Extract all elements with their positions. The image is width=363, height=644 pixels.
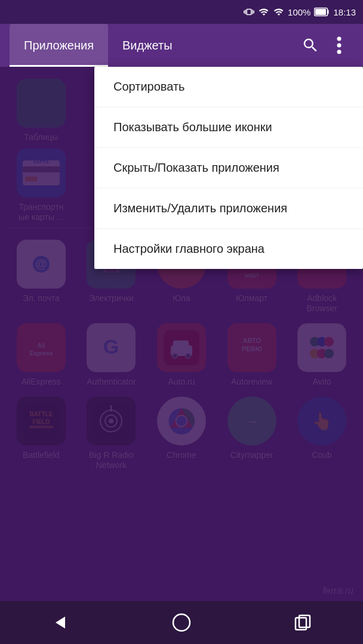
tab-widgets[interactable]: Виджеты <box>108 24 187 67</box>
menu-item-homescreen-settings[interactable]: Настройки главного экрана <box>94 229 363 269</box>
menu-item-hide-show[interactable]: Скрыть/Показать приложения <box>94 148 363 188</box>
time: 18:13 <box>333 7 356 17</box>
search-button[interactable] <box>296 31 325 60</box>
svg-point-4 <box>337 50 342 54</box>
battery-percent: 100% <box>288 7 310 17</box>
more-options-button[interactable] <box>325 31 353 60</box>
svg-marker-61 <box>56 617 65 628</box>
menu-item-sort[interactable]: Сортировать <box>94 67 363 107</box>
svg-point-62 <box>173 614 190 631</box>
menu-item-edit-delete[interactable]: Изменить/Удалить приложения <box>94 188 363 229</box>
bottom-nav <box>0 601 363 644</box>
recent-button[interactable] <box>285 605 321 640</box>
svg-point-3 <box>337 44 342 48</box>
svg-rect-1 <box>315 9 326 15</box>
home-button[interactable] <box>164 605 199 640</box>
nav-bar: Приложения Виджеты <box>0 24 363 67</box>
tab-apps[interactable]: Приложения <box>10 24 108 67</box>
svg-point-2 <box>337 37 342 41</box>
status-bar: 100% 18:13 <box>0 0 363 24</box>
menu-item-large-icons[interactable]: Показывать большие иконки <box>94 107 363 148</box>
dropdown-menu: Сортировать Показывать большие иконки Ск… <box>94 67 363 269</box>
status-icons: 100% 18:13 <box>244 7 356 17</box>
back-button[interactable] <box>42 605 78 640</box>
